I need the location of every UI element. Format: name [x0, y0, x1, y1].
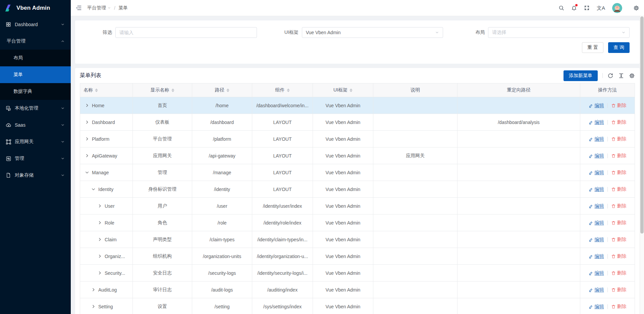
query-button[interactable]: 查 询 — [608, 42, 630, 53]
tree-expand-icon[interactable] — [98, 254, 102, 258]
edit-button[interactable]: 编辑 — [589, 220, 604, 226]
sort-carets-icon[interactable] — [95, 88, 98, 92]
column-header-1[interactable]: 显示名称 — [133, 83, 192, 97]
sidebar-item-1[interactable]: 平台管理 — [0, 33, 71, 50]
filter-select[interactable]: Vue Vben Admin — [302, 27, 443, 38]
delete-button[interactable]: 删除 — [611, 220, 627, 226]
cell-actions: 编辑删除 — [580, 181, 635, 197]
sort-carets-icon[interactable] — [171, 88, 174, 92]
sidebar-item-3[interactable]: 菜单 — [0, 66, 71, 83]
cell-path: /manage — [192, 164, 252, 181]
table-row-organiz[interactable]: Organiz...组织机构/organization-units/identi… — [80, 248, 635, 265]
edit-button[interactable]: 编辑 — [589, 270, 604, 276]
delete-button[interactable]: 删除 — [611, 253, 627, 259]
sort-carets-icon[interactable] — [350, 88, 353, 92]
sidebar-item-dashboard[interactable]: Dashboard — [0, 16, 71, 33]
vertical-scrollbar[interactable] — [640, 16, 644, 314]
filter-select[interactable]: 请选择 — [488, 27, 630, 38]
table-row-user[interactable]: User用户/user/identity/user/indexVue Vben … — [80, 198, 635, 214]
fullscreen-icon[interactable] — [584, 5, 590, 11]
tree-expand-icon[interactable] — [85, 153, 89, 158]
table-row-identity[interactable]: Identity身份标识管理/identityLAYOUTVue Vben Ad… — [80, 181, 635, 198]
delete-button[interactable]: 删除 — [611, 103, 627, 109]
edit-button[interactable]: 编辑 — [589, 103, 604, 109]
table-row-role[interactable]: Role角色/role/identity/role/indexVue Vben … — [80, 214, 635, 231]
refresh-icon[interactable] — [607, 73, 613, 79]
settings-gear-icon[interactable] — [633, 5, 639, 11]
delete-label: 删除 — [617, 203, 627, 209]
table-row-auditlog[interactable]: AuditLog审计日志/audit-logs/auditing/indexVu… — [80, 281, 635, 298]
edit-button[interactable]: 编辑 — [589, 203, 604, 209]
table-row-security[interactable]: Security...安全日志/security-logs/identity/s… — [80, 265, 635, 281]
scrollbar-thumb[interactable] — [640, 16, 644, 234]
sort-carets-icon[interactable] — [287, 88, 290, 92]
search-icon[interactable] — [558, 5, 564, 11]
column-header-4[interactable]: UI框架 — [313, 83, 373, 97]
table-row-home[interactable]: Home首页/home/dashboard/welcome/in...Vue V… — [80, 97, 635, 114]
table-settings-gear-icon[interactable] — [629, 73, 635, 79]
tree-expand-icon[interactable] — [85, 103, 89, 108]
language-icon[interactable]: 文A — [597, 5, 605, 10]
sidebar-item-5[interactable]: A本地化管理 — [0, 100, 71, 117]
column-header-3[interactable]: 组件 — [252, 83, 313, 97]
column-header-0[interactable]: 名称 — [80, 83, 133, 97]
table-row-claim[interactable]: Claim声明类型/claim-types/identity/claim-typ… — [80, 231, 635, 248]
edit-button[interactable]: 编辑 — [589, 287, 604, 293]
filter-text-input[interactable] — [119, 30, 253, 35]
table-row-dashboard[interactable]: Dashboard仪表板/dashboardLAYOUTVue Vben Adm… — [80, 114, 635, 131]
delete-button[interactable]: 删除 — [611, 186, 627, 192]
app-logo[interactable]: Vben Admin — [0, 0, 71, 16]
table-row-platform[interactable]: Platform平台管理/platformLAYOUTVue Vben Admi… — [80, 131, 635, 147]
user-avatar[interactable] — [612, 3, 622, 13]
edit-button[interactable]: 编辑 — [589, 119, 604, 125]
delete-button[interactable]: 删除 — [611, 270, 627, 276]
edit-button[interactable]: 编辑 — [589, 186, 604, 192]
table-row-apigateway[interactable]: ApiGateway应用网关/api-gatewayLAYOUTVue Vben… — [80, 147, 635, 164]
sidebar-fold-icon[interactable] — [75, 5, 82, 11]
tree-expand-icon[interactable] — [85, 137, 89, 141]
tree-collapse-icon[interactable] — [85, 170, 89, 175]
tree-expand-icon[interactable] — [98, 204, 102, 208]
cell-display-name: 仪表板 — [133, 114, 192, 130]
row-height-icon[interactable] — [618, 73, 624, 79]
edit-button[interactable]: 编辑 — [589, 237, 604, 243]
tree-expand-icon[interactable] — [98, 271, 102, 275]
delete-button[interactable]: 删除 — [611, 304, 627, 310]
delete-button[interactable]: 删除 — [611, 119, 627, 125]
table-row-manage[interactable]: Manage管理/manageLAYOUTVue Vben Admin编辑删除 — [80, 164, 635, 181]
edit-button[interactable]: 编辑 — [589, 136, 604, 142]
sort-carets-icon[interactable] — [226, 88, 229, 92]
notification-bell-icon[interactable] — [571, 5, 577, 11]
edit-button[interactable]: 编辑 — [589, 253, 604, 259]
tree-expand-icon[interactable] — [98, 221, 102, 225]
delete-button[interactable]: 删除 — [611, 170, 627, 176]
table-row-setting[interactable]: Setting设置/setting/sys/settings/indexVue … — [80, 298, 635, 314]
edit-button[interactable]: 编辑 — [589, 170, 604, 176]
edit-button[interactable]: 编辑 — [589, 304, 604, 310]
sidebar-item-8[interactable]: 管理 — [0, 150, 71, 167]
sidebar-item-9[interactable]: 对象存储 — [0, 167, 71, 184]
tree-expand-icon[interactable] — [91, 304, 96, 309]
sidebar-item-7[interactable]: 应用网关 — [0, 133, 71, 150]
reset-button[interactable]: 重 置 — [582, 42, 603, 53]
tree-collapse-icon[interactable] — [91, 187, 96, 191]
delete-button[interactable]: 删除 — [611, 203, 627, 209]
delete-button[interactable]: 删除 — [611, 237, 627, 243]
delete-button[interactable]: 删除 — [611, 153, 627, 159]
tree-expand-icon[interactable] — [85, 120, 89, 124]
cell-redirect — [458, 164, 580, 181]
tree-expand-icon[interactable] — [98, 237, 102, 242]
breadcrumb-section[interactable]: 平台管理 — [87, 5, 111, 11]
sidebar-item-saas[interactable]: Saas — [0, 117, 71, 133]
column-header-2[interactable]: 路径 — [192, 83, 252, 97]
breadcrumb-page[interactable]: 菜单 — [118, 5, 128, 11]
edit-button[interactable]: 编辑 — [589, 153, 604, 159]
cell-redirect — [458, 231, 580, 248]
sidebar-item-2[interactable]: 布局 — [0, 50, 71, 66]
delete-button[interactable]: 删除 — [611, 136, 627, 142]
tree-expand-icon[interactable] — [91, 288, 96, 292]
sidebar-item-4[interactable]: 数据字典 — [0, 83, 71, 100]
delete-button[interactable]: 删除 — [611, 287, 627, 293]
cell-path-text: /dashboard — [210, 120, 234, 125]
add-menu-button[interactable]: 添加新菜单 — [564, 70, 598, 81]
